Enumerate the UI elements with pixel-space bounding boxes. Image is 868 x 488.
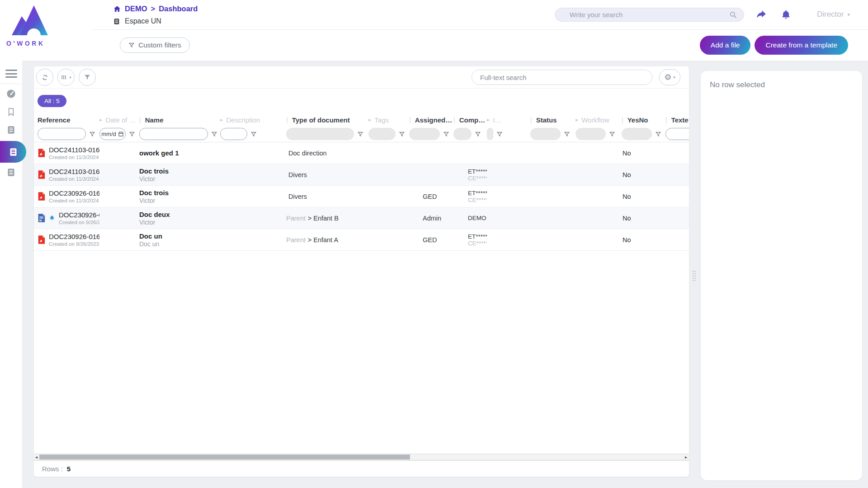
column-header[interactable]: | Texte bbox=[665, 116, 689, 124]
filter-funnel-icon[interactable] bbox=[399, 131, 405, 137]
column-expand-icon[interactable]: ▶ bbox=[368, 118, 371, 122]
column-filter-input[interactable] bbox=[665, 128, 689, 140]
filter-cell bbox=[220, 128, 286, 140]
column-filter-input[interactable] bbox=[38, 128, 86, 140]
cell-company: ET***** CE***** bbox=[453, 233, 487, 247]
column-filter-input[interactable] bbox=[220, 128, 247, 140]
column-header[interactable]: ▶ Tags bbox=[368, 116, 409, 124]
filter-funnel-icon[interactable] bbox=[609, 131, 615, 137]
filter-funnel-icon[interactable] bbox=[357, 131, 363, 137]
scrollbar-thumb[interactable] bbox=[39, 455, 410, 460]
horizontal-scrollbar[interactable]: ◂ ▸ bbox=[34, 454, 689, 460]
date-filter-input[interactable]: mm/d bbox=[99, 128, 126, 140]
column-expand-icon[interactable]: ▶ bbox=[99, 118, 102, 122]
table-row[interactable]: DOC230926-01608-0 Created on 9/26/2023 3… bbox=[34, 229, 689, 251]
columns-icon: ▾ bbox=[61, 74, 71, 81]
filter-funnel-icon[interactable] bbox=[496, 131, 503, 137]
sidebar-item-library[interactable] bbox=[0, 121, 22, 138]
user-role-menu[interactable]: Director ▾ bbox=[817, 10, 850, 19]
cell-assigned-to: GED bbox=[409, 236, 453, 244]
filter-funnel-icon[interactable] bbox=[89, 131, 95, 137]
created-date-text: Created on 9/26/2023 3:09:45 AM bbox=[59, 220, 99, 225]
column-filter-select[interactable] bbox=[487, 128, 493, 140]
global-search-input[interactable] bbox=[555, 11, 729, 19]
filter-funnel-icon[interactable] bbox=[564, 131, 570, 137]
share-icon[interactable] bbox=[755, 9, 767, 20]
assigned-value: GED bbox=[423, 193, 437, 200]
column-filter-select[interactable] bbox=[622, 128, 652, 140]
filter-funnel-icon[interactable] bbox=[475, 131, 481, 137]
scroll-left-arrow-icon[interactable]: ◂ bbox=[35, 454, 38, 460]
column-header-label: I… bbox=[493, 116, 501, 124]
column-header[interactable]: ▶ Description bbox=[220, 116, 286, 124]
notifications-bell-icon[interactable] bbox=[780, 9, 792, 21]
cell-assigned-to: GED bbox=[409, 193, 453, 200]
column-expand-icon[interactable]: ▶ bbox=[487, 118, 490, 122]
column-header[interactable]: Reference bbox=[38, 116, 99, 124]
created-date-text: Created on 11/3/2024 10:22:56 PM bbox=[49, 198, 99, 203]
refresh-button[interactable] bbox=[36, 69, 53, 86]
column-filter-select[interactable] bbox=[576, 128, 606, 140]
type-value: > Enfant B bbox=[308, 215, 339, 222]
table-row[interactable]: DOC241103-01635-0 Created on 11/3/2024 1… bbox=[34, 142, 689, 164]
table-settings-button[interactable]: ⚙ ▾ bbox=[659, 69, 680, 85]
custom-filters-button[interactable]: Custom filters bbox=[120, 38, 190, 53]
reference-text: DOC230926-01609-0 bbox=[59, 211, 99, 219]
home-icon[interactable] bbox=[113, 5, 121, 13]
gauge-icon bbox=[6, 89, 16, 99]
column-header[interactable]: | YesNo bbox=[622, 116, 665, 124]
column-filter-select[interactable] bbox=[368, 128, 396, 140]
column-header[interactable]: | Comp… bbox=[453, 116, 487, 124]
column-header[interactable]: | Status bbox=[530, 116, 576, 124]
filter-cell: mm/d bbox=[99, 128, 139, 140]
columns-button[interactable]: ▾ bbox=[57, 69, 75, 86]
table-row[interactable]: W DOC230926-01609-0 Created on 9/26/2023… bbox=[34, 207, 689, 229]
reference-text: DOC230926-01608-0 bbox=[49, 233, 99, 240]
column-header[interactable]: | Name bbox=[139, 116, 220, 124]
filter-funnel-icon[interactable] bbox=[250, 131, 257, 137]
search-icon[interactable] bbox=[729, 10, 737, 19]
column-separator: | bbox=[286, 116, 288, 123]
cell-reference: DOC241103-01627-0 Created on 11/3/2024 1… bbox=[38, 168, 99, 182]
column-filter-select[interactable] bbox=[409, 128, 440, 140]
filter-funnel-icon[interactable] bbox=[211, 131, 217, 137]
column-filter-select[interactable] bbox=[530, 128, 561, 140]
table-row[interactable]: DOC241103-01627-0 Created on 11/3/2024 1… bbox=[34, 164, 689, 186]
column-filter-select[interactable] bbox=[453, 128, 472, 140]
fulltext-search-input[interactable] bbox=[472, 70, 652, 85]
filter-funnel-icon[interactable] bbox=[655, 131, 661, 137]
add-file-button[interactable]: Add a file bbox=[700, 36, 751, 55]
breadcrumb-current[interactable]: Dashboard bbox=[159, 5, 198, 13]
filter-funnel-icon[interactable] bbox=[443, 131, 449, 137]
column-separator: | bbox=[665, 116, 667, 123]
all-rows-badge[interactable]: All : 5 bbox=[38, 95, 66, 107]
column-header[interactable]: | Assigned t… bbox=[409, 116, 453, 124]
menu-toggle-icon[interactable] bbox=[5, 70, 17, 78]
company-line1: ET***** bbox=[468, 190, 487, 197]
column-header[interactable]: ▶ Workflow bbox=[576, 116, 622, 124]
date-filter-placeholder: mm/d bbox=[101, 131, 116, 137]
column-expand-icon[interactable]: ▶ bbox=[220, 118, 223, 122]
sidebar-item-documents-active[interactable] bbox=[0, 141, 26, 163]
custom-filters-label: Custom filters bbox=[138, 41, 181, 49]
app-logo[interactable]: O'WORK bbox=[6, 3, 88, 47]
sidebar-item-bookmarks[interactable] bbox=[0, 103, 22, 120]
panel-resize-handle[interactable] bbox=[692, 270, 696, 282]
breadcrumb-root[interactable]: DEMO bbox=[125, 5, 147, 13]
create-from-template-button[interactable]: Create from a template bbox=[755, 36, 848, 55]
column-expand-icon[interactable]: ▶ bbox=[576, 118, 578, 122]
sidebar-item-dashboard[interactable] bbox=[0, 85, 22, 102]
column-header[interactable]: | Type of document bbox=[286, 116, 368, 124]
type-parent-label: Parent bbox=[286, 236, 306, 244]
column-filter-select[interactable] bbox=[286, 128, 354, 140]
cell-reference: DOC230926-01608-0 Created on 9/26/2023 3… bbox=[38, 233, 99, 247]
column-header[interactable]: ▶ Date of cr… bbox=[99, 116, 139, 124]
column-header[interactable]: ▶ I… bbox=[487, 116, 530, 124]
table-row[interactable]: DOC230926-01610-3 Created on 11/3/2024 1… bbox=[34, 186, 689, 207]
scroll-right-arrow-icon[interactable]: ▸ bbox=[685, 454, 687, 460]
column-filter-input[interactable] bbox=[139, 128, 208, 140]
cell-name: Doc un Doc un bbox=[139, 232, 220, 248]
table-filter-button[interactable] bbox=[79, 69, 96, 86]
filter-funnel-icon[interactable] bbox=[129, 131, 135, 137]
sidebar-item-archive[interactable] bbox=[0, 164, 22, 181]
